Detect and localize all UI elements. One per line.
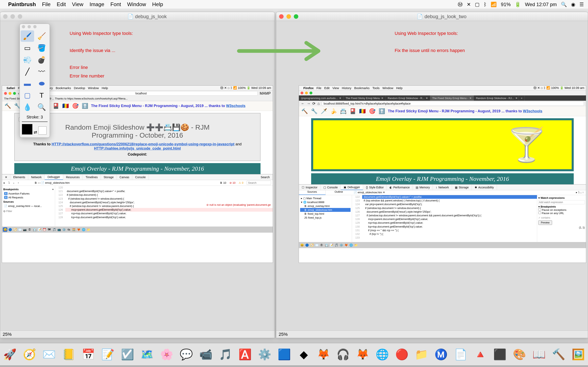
menu-edit[interactable]: Edit xyxy=(57,1,66,8)
eraser-tool-icon[interactable]: 🧹 xyxy=(35,30,48,42)
file-item[interactable]: 🗎 emoji_overlay.html xyxy=(300,204,351,208)
forward-icon[interactable]: → xyxy=(307,101,310,106)
calendar-app-icon[interactable]: 📅 xyxy=(79,345,97,363)
left-titlebar[interactable]: 📄debug_js_look xyxy=(0,12,275,21)
siri-icon[interactable]: ◉ xyxy=(571,2,575,7)
dt-tab-perf[interactable]: ◐ Performance xyxy=(387,184,413,190)
pause-exceptions[interactable]: Pause on exceptions xyxy=(538,208,566,211)
launchpad-app-icon[interactable]: 🚀 xyxy=(1,345,19,363)
menu-help[interactable]: Help xyxy=(152,1,163,8)
brush-tool-icon[interactable]: 🖌️ xyxy=(21,30,34,42)
minimize-icon[interactable] xyxy=(10,14,15,19)
malware-icon[interactable]: Ⓜ xyxy=(458,1,463,8)
maps-app-icon[interactable]: 🗺️ xyxy=(138,345,156,363)
back-icon[interactable]: ← xyxy=(301,101,305,106)
firefox-app-icon[interactable]: 🦊 xyxy=(354,345,372,363)
mail-app-icon[interactable]: ✉️ xyxy=(40,345,58,363)
error-count[interactable]: ⊘ 10 xyxy=(229,181,235,184)
close-icon[interactable] xyxy=(301,92,303,94)
preview-app-icon[interactable]: 🖼️ xyxy=(569,345,587,363)
chrome-app-icon[interactable]: 🌐 xyxy=(373,345,391,363)
rounded-rect-tool-icon[interactable]: ▢ xyxy=(21,90,34,101)
bp-header[interactable]: Breakpoints xyxy=(541,205,556,208)
dt-tab-network[interactable]: Network xyxy=(28,174,44,180)
preview-button[interactable]: Preview xyxy=(538,220,552,225)
close-icon[interactable]: ✕ xyxy=(2,174,10,180)
notification-center-icon[interactable]: ☰ xyxy=(579,2,584,7)
vlc-app-icon[interactable]: 🔺 xyxy=(471,345,489,363)
dt-tab-style[interactable]: {} Style Editor xyxy=(363,184,387,190)
minimize-icon[interactable] xyxy=(286,14,291,19)
menu-image[interactable]: Image xyxy=(89,1,104,8)
dt-tab-network[interactable]: ↕ Network xyxy=(433,184,452,190)
dt-tab-search[interactable]: Search xyxy=(258,174,273,180)
dictionary-app-icon[interactable]: 📖 xyxy=(530,345,548,363)
gimp-app-icon[interactable]: 🦊 xyxy=(314,345,332,363)
paintbrush-app-icon[interactable]: 🎨 xyxy=(510,345,528,363)
menu-view[interactable]: View xyxy=(72,1,84,8)
text-tool-icon[interactable]: T xyxy=(35,90,48,101)
minimize-icon[interactable] xyxy=(305,92,308,94)
close-icon[interactable] xyxy=(279,14,284,19)
spotlight-icon[interactable]: 🔍 xyxy=(561,2,567,7)
bomb-tool-icon[interactable]: 💣 xyxy=(35,54,48,66)
dt-tab-console[interactable]: ▢ Console xyxy=(320,184,341,190)
sources-tab[interactable]: Sources xyxy=(299,190,326,195)
marquee-tool-icon[interactable]: ▭ xyxy=(21,42,34,54)
clock[interactable]: Wed 12:07 pm xyxy=(525,2,557,7)
w3schools-link[interactable]: W3schools xyxy=(226,104,245,108)
reminders-app-icon[interactable]: ☑️ xyxy=(118,345,136,363)
thread-item[interactable]: ▸ ▢ Main Thread xyxy=(300,196,351,200)
source-file[interactable]: 📄 emoji_overlay.html — local... xyxy=(3,204,54,208)
open-file[interactable]: emoji_slideshow.htm xyxy=(45,181,70,184)
reload-icon[interactable]: ⟳ xyxy=(312,101,315,106)
zoom-level[interactable]: 25% xyxy=(3,332,12,337)
dt-tab-debugger[interactable]: ▣ Debugger xyxy=(341,184,363,190)
zoom-icon[interactable] xyxy=(13,92,16,95)
dt-tab-storage[interactable]: ▦ Storage xyxy=(452,184,472,190)
bp-requests[interactable]: A All Requests xyxy=(3,196,54,200)
xcode-app-icon[interactable]: 🔨 xyxy=(550,345,568,363)
foreground-color-swatch[interactable] xyxy=(22,124,33,134)
display-icon[interactable]: ▢ xyxy=(475,2,480,7)
minimize-icon[interactable] xyxy=(27,25,31,28)
step-over-icon[interactable]: ⤵ xyxy=(8,181,10,184)
pause-icon[interactable]: ▸ xyxy=(4,181,5,184)
dt-tab-storage[interactable]: Storage xyxy=(101,174,117,180)
dt-tab-canvas[interactable]: Canvas xyxy=(117,174,132,180)
watch-header[interactable]: Watch expressions xyxy=(541,196,565,200)
host-item[interactable]: ▾ 🌐 localhost:8888 xyxy=(300,200,351,204)
watch-input[interactable] xyxy=(538,200,585,204)
filezilla-app-icon[interactable]: 📁 xyxy=(412,345,430,363)
opera-app-icon[interactable]: 🔴 xyxy=(393,345,411,363)
inkscape-app-icon[interactable]: ◆ xyxy=(295,345,313,363)
file-item[interactable]: JS fixed_top.js xyxy=(300,216,351,220)
spray-tool-icon[interactable]: 💨 xyxy=(21,54,34,66)
close-icon[interactable] xyxy=(3,14,8,19)
netbeans-app-icon[interactable]: 🟦 xyxy=(275,345,293,363)
magnifier-tool-icon[interactable]: 🔍 xyxy=(35,101,48,113)
background-color-swatch[interactable] xyxy=(38,126,47,134)
zoom-icon[interactable] xyxy=(18,14,22,19)
zoom-icon[interactable] xyxy=(310,92,312,94)
code-pane[interactable]: 120 121 document.getElementById('lcp').v… xyxy=(55,186,273,226)
file-item-selected[interactable]: 🗎 emoji_slideshow.htm xyxy=(300,208,351,212)
address-bar[interactable]: localhost xyxy=(25,91,258,96)
browser-tab[interactable]: Random Emoji Slideshow - RJ...✕ xyxy=(474,95,519,101)
bp-assertion[interactable]: A Assertion Failures xyxy=(3,192,54,196)
facetime-app-icon[interactable]: 📹 xyxy=(197,345,215,363)
safari-app-icon[interactable]: 🧭 xyxy=(20,345,38,363)
browser-tab[interactable]: Random Emoji Slideshow - R...✕ xyxy=(386,95,430,101)
mamp-app-icon[interactable]: Ⓜ️ xyxy=(432,345,450,363)
warning-count[interactable]: ⚠ 0 xyxy=(239,181,243,184)
browser-tab[interactable]: rjmprogramming.com.au/todo...✕ xyxy=(299,95,344,101)
address-bar[interactable]: localhost:8888/fixed_top.html?c=dhplaceh… xyxy=(322,101,584,106)
back-icon[interactable]: ‹ xyxy=(18,91,19,96)
minimize-icon[interactable] xyxy=(9,92,11,95)
rect-tool-icon[interactable]: ▬ xyxy=(21,78,34,89)
zoom-icon[interactable] xyxy=(294,14,298,19)
pause-url[interactable]: Pause on any URL xyxy=(538,212,564,215)
terminal-app-icon[interactable]: ⬛ xyxy=(491,345,509,363)
open-file-tab[interactable]: emoji_slideshow.htm xyxy=(358,191,382,194)
photos-app-icon[interactable]: 🌸 xyxy=(158,345,176,363)
